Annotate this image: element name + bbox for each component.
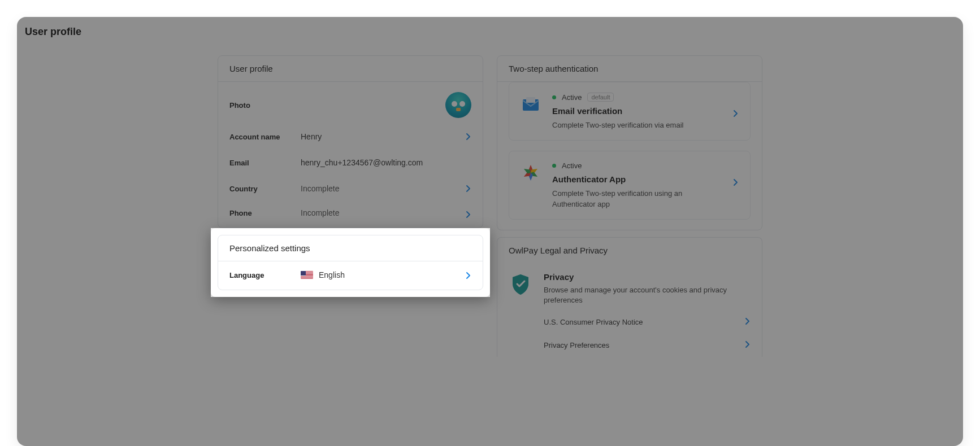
- user-profile-card-header: User profile: [218, 56, 483, 82]
- phone-row[interactable]: Phone Incomplete: [218, 202, 483, 228]
- us-flag-icon: [301, 271, 313, 279]
- two-step-auth-header: Two-step authentication: [497, 56, 762, 82]
- auth-email-box[interactable]: Active default Email verification Comple…: [509, 82, 751, 141]
- chevron-right-icon: [745, 340, 751, 350]
- right-column: Two-step authentication Active: [497, 55, 762, 446]
- legal-link-privacy-preferences[interactable]: Privacy Preferences: [544, 334, 751, 357]
- email-value: henry_chu+1234567@owlting.com: [301, 158, 423, 167]
- photo-row[interactable]: Photo: [218, 82, 483, 124]
- personalized-settings-card: Personalized settings Language English: [218, 235, 483, 290]
- auth-authenticator-box[interactable]: Active Authenticator App Complete Two-st…: [509, 151, 751, 220]
- account-name-row[interactable]: Account name Henry: [218, 124, 483, 150]
- chevron-right-icon: [733, 110, 739, 120]
- personalized-settings-header: Personalized settings: [218, 235, 483, 261]
- shield-icon: [509, 272, 532, 296]
- legal-link-label: U.S. Consumer Privacy Notice: [544, 318, 643, 326]
- country-label: Country: [229, 185, 301, 193]
- auth-email-content: Active default Email verification Comple…: [552, 93, 739, 131]
- status-dot-icon: [552, 164, 556, 168]
- language-value: English: [319, 270, 345, 279]
- auth-authenticator-desc: Complete Two-step verification using an …: [552, 189, 725, 210]
- chevron-right-icon: [745, 317, 751, 327]
- country-value: Incomplete: [301, 184, 339, 193]
- country-row[interactable]: Country Incomplete: [218, 176, 483, 202]
- chevron-right-icon: [466, 185, 471, 193]
- chevron-right-icon: [733, 178, 739, 189]
- language-row[interactable]: Language English: [218, 261, 483, 290]
- auth-authenticator-status: Active: [562, 161, 582, 170]
- default-badge: default: [587, 93, 614, 102]
- legal-privacy-head: Privacy Browse and manage your account's…: [509, 265, 751, 311]
- legal-link-label: Privacy Preferences: [544, 341, 609, 349]
- chevron-right-icon: [466, 211, 471, 218]
- legal-privacy-card: OwlPay Legal and Privacy Privacy: [497, 237, 762, 357]
- language-label: Language: [229, 271, 301, 279]
- phone-value: Incomplete: [301, 208, 339, 217]
- email-label: Email: [229, 159, 301, 167]
- avatar: [445, 92, 471, 118]
- phone-label: Phone: [229, 209, 301, 217]
- authenticator-icon: [521, 163, 541, 183]
- status-dot-icon: [552, 95, 556, 99]
- content: User profile Photo Account name Henry Em…: [17, 17, 963, 446]
- left-column: User profile Photo Account name Henry Em…: [218, 55, 483, 446]
- svg-rect-1: [526, 97, 535, 103]
- legal-privacy-header: OwlPay Legal and Privacy: [497, 238, 762, 263]
- email-row: Email henry_chu+1234567@owlting.com: [218, 150, 483, 176]
- chevron-right-icon: [466, 272, 471, 279]
- page: User profile User profile Photo Account …: [17, 17, 963, 446]
- auth-email-desc: Complete Two-step verification via email: [552, 120, 725, 131]
- auth-authenticator-title: Authenticator App: [552, 174, 725, 184]
- two-step-auth-card: Two-step authentication Active: [497, 55, 762, 230]
- account-name-value: Henry: [301, 132, 322, 141]
- legal-privacy-desc: Browse and manage your account's cookies…: [544, 285, 751, 307]
- auth-authenticator-content: Active Authenticator App Complete Two-st…: [552, 161, 739, 210]
- account-name-label: Account name: [229, 133, 301, 141]
- legal-link-consumer-notice[interactable]: U.S. Consumer Privacy Notice: [544, 311, 751, 334]
- legal-body: Privacy Browse and manage your account's…: [497, 263, 762, 357]
- auth-email-title: Email verification: [552, 106, 725, 116]
- chevron-right-icon: [466, 133, 471, 141]
- photo-label: Photo: [229, 101, 301, 110]
- language-value-wrap: English: [301, 270, 345, 279]
- email-icon: [521, 94, 541, 114]
- user-profile-card: User profile Photo Account name Henry Em…: [218, 55, 483, 228]
- auth-email-status: Active: [562, 93, 582, 102]
- legal-privacy-title: Privacy: [544, 272, 751, 282]
